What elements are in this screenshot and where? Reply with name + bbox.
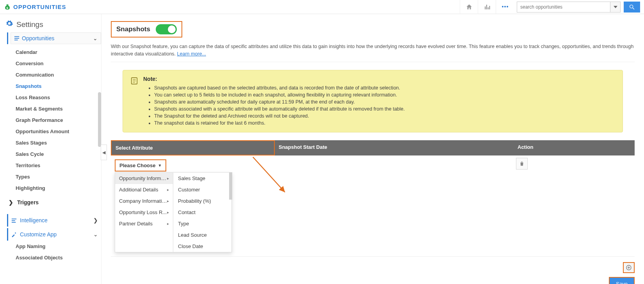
sidebar-customize[interactable]: Customize App ⌄ — [8, 228, 101, 241]
dropdown-group-option[interactable]: Company Information▸ — [115, 195, 173, 207]
sidebar-item[interactable]: Sales Stages — [14, 137, 101, 148]
note-item: You can select up to 5 fields to be incl… — [154, 91, 405, 98]
chevron-right-icon: ❯ — [93, 217, 98, 223]
list-icon — [14, 36, 20, 41]
dropdown-group-option[interactable]: Opportunity Informa...▸ — [115, 173, 173, 184]
search-dropdown[interactable] — [610, 2, 621, 13]
svg-rect-9 — [12, 219, 16, 220]
dropdown-fields: Sales StageCustomerProbability (%)Contac… — [173, 172, 232, 252]
svg-rect-6 — [14, 36, 19, 37]
note-title: Note: — [143, 76, 405, 82]
tools-icon — [11, 232, 17, 237]
dropdown-scrollbar[interactable] — [229, 172, 232, 200]
sidebar-item[interactable]: Graph Performance — [14, 114, 101, 126]
dropdown-field-option[interactable]: Sales Stage — [173, 173, 231, 184]
brand-text: OPPORTUNITIES — [13, 4, 66, 10]
search-button[interactable] — [624, 2, 640, 13]
sidebar-item[interactable]: Conversion — [14, 58, 101, 69]
app-brand: $ OPPORTUNITIES — [4, 3, 66, 11]
chart-icon[interactable] — [478, 0, 496, 14]
chevron-down-icon: ⌄ — [93, 35, 98, 41]
search-box — [517, 2, 640, 13]
sidebar-item[interactable]: Market & Segments — [14, 103, 101, 114]
note-item: Snapshots associated with a specific att… — [154, 105, 405, 113]
sidebar-item[interactable]: Territories — [14, 160, 101, 171]
svg-line-5 — [633, 8, 634, 9]
delete-row-button[interactable] — [516, 158, 528, 170]
sidebar-item[interactable]: Snapshots — [14, 80, 101, 92]
sidebar-sub-appnaming[interactable]: App Naming — [5, 241, 101, 252]
sidebar-intelligence[interactable]: Intelligence ❯ — [8, 214, 101, 227]
dropdown-group-option[interactable]: Additional Details▸ — [115, 184, 173, 195]
sidebar-item[interactable]: Loss Reasons — [14, 92, 101, 103]
chevron-right-icon: ▸ — [167, 188, 169, 192]
note-icon — [130, 76, 139, 127]
svg-point-3 — [507, 6, 508, 7]
dropdown-groups: Opportunity Informa...▸Additional Detail… — [115, 172, 173, 252]
sidebar-section-intelligence: Intelligence ❯ — [7, 214, 101, 227]
learn-more-link[interactable]: Learn more... — [177, 51, 206, 57]
sidebar-scrollbar[interactable] — [98, 92, 101, 147]
sidebar-item[interactable]: Opportunities Amount — [14, 126, 101, 137]
gear-icon — [5, 20, 13, 29]
chevron-right-icon: ▸ — [167, 199, 169, 203]
home-icon[interactable] — [460, 0, 478, 14]
svg-rect-10 — [12, 220, 15, 221]
sidebar-sub-associated[interactable]: Associated Objects — [5, 252, 101, 263]
sidebar-item[interactable]: Calendar — [14, 46, 101, 58]
dropdown-field-option[interactable]: Probability (%) — [173, 195, 231, 207]
chevron-down-icon: ⌄ — [93, 231, 98, 238]
caret-down-icon: ▼ — [158, 163, 162, 168]
dropdown-group-option[interactable]: Partner Details▸ — [115, 218, 173, 229]
add-row-button[interactable] — [623, 262, 635, 273]
chevron-right-icon: ▸ — [167, 176, 169, 180]
table-header: Select Attribute Snapshot Start Date Act… — [111, 140, 635, 155]
dropdown-field-option[interactable]: Type — [173, 218, 231, 229]
note-item: The snapshot data is retained for the la… — [154, 120, 405, 127]
dropdown-field-option[interactable]: Lead Source — [173, 229, 231, 241]
col-select-attribute: Select Attribute — [111, 140, 275, 155]
search-input[interactable] — [517, 2, 610, 13]
page-title: Snapshots — [116, 25, 150, 33]
sidebar-item[interactable]: Sales Cycle — [14, 148, 101, 160]
dropdown-field-option[interactable]: Close Date — [173, 241, 231, 252]
note-box: Note: Snapshots are captured based on th… — [123, 70, 623, 132]
note-item: Snapshots are automatically scheduled fo… — [154, 98, 405, 105]
more-icon[interactable] — [496, 0, 514, 14]
attribute-dropdown-menu: Opportunity Informa...▸Additional Detail… — [115, 172, 232, 252]
dropdown-field-option[interactable]: Customer — [173, 184, 231, 195]
sidebar: Settings Opportunities ⌄ CalendarConvers… — [0, 14, 101, 284]
sidebar-group-opportunities: Opportunities ⌄ — [7, 32, 101, 44]
sidebar-section-customize: Customize App ⌄ — [7, 228, 101, 241]
svg-point-4 — [630, 5, 633, 8]
chevron-right-icon: ▸ — [167, 221, 169, 226]
sidebar-item[interactable]: Communication — [14, 69, 101, 80]
top-bar: $ OPPORTUNITIES — [0, 0, 644, 14]
main-content: Snapshots With our Snapshot feature, you… — [101, 14, 644, 284]
note-item: Snapshots are captured based on the sele… — [154, 84, 405, 91]
svg-text:$: $ — [7, 6, 9, 9]
collapse-sidebar-button[interactable]: ◀ — [101, 145, 107, 160]
dropdown-group-option[interactable]: Opportunity Loss R...▸ — [115, 207, 173, 218]
chevron-right-icon: ❯ — [9, 199, 13, 205]
svg-rect-8 — [14, 40, 18, 41]
table-row: Please Choose ▼ Opportunity Informa...▸A… — [111, 155, 635, 257]
dropdown-field-option[interactable]: Contact — [173, 207, 231, 218]
snapshots-toggle[interactable] — [156, 24, 177, 34]
sidebar-item[interactable]: Highlighting — [14, 182, 101, 194]
note-list: Snapshots are captured based on the sele… — [143, 84, 405, 127]
sidebar-item[interactable]: Types — [14, 171, 101, 182]
svg-point-2 — [504, 6, 506, 7]
page-description: With our Snapshot feature, you can captu… — [111, 43, 635, 62]
save-button[interactable]: Save — [610, 278, 634, 284]
money-bag-icon: $ — [4, 3, 11, 11]
note-item: The Snapshot for the deleted and Archive… — [154, 113, 405, 120]
sidebar-triggers[interactable]: ❯ Triggers — [5, 196, 101, 209]
attribute-dropdown-button[interactable]: Please Choose ▼ — [115, 159, 166, 171]
col-start-date: Snapshot Start Date — [275, 140, 514, 155]
lines-icon — [11, 218, 17, 223]
sidebar-head-opportunities[interactable]: Opportunities ⌄ — [11, 32, 101, 44]
chevron-right-icon: ▸ — [167, 210, 169, 214]
sidebar-items: CalendarConversionCommunicationSnapshots… — [5, 44, 101, 196]
sidebar-title: Settings — [5, 20, 101, 29]
